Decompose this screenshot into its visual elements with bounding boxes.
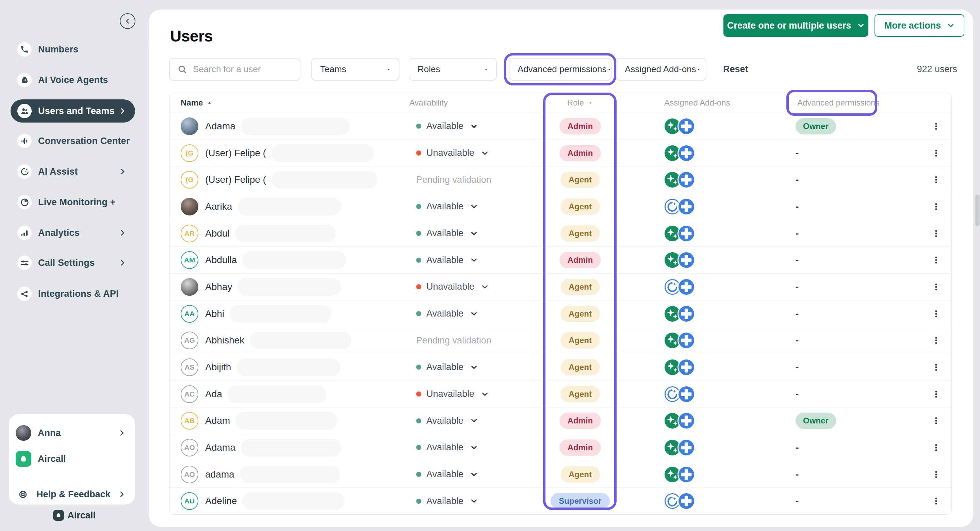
- cell-availability[interactable]: Available: [409, 220, 543, 247]
- ai-assist-addon-icon: [665, 172, 680, 188]
- sidebar-item-ai-voice-agents[interactable]: AI Voice Agents: [11, 69, 135, 92]
- cell-name: ARAbdul: [169, 220, 409, 247]
- kebab-menu-icon[interactable]: [932, 470, 940, 479]
- sidebar-item-users-and-teams[interactable]: Users and Teams: [11, 99, 135, 123]
- chevron-down-icon[interactable]: [470, 444, 478, 451]
- user-name: Abhishek: [205, 335, 244, 346]
- cell-actions: [912, 193, 951, 220]
- sidebar-item-live-monitoring[interactable]: Live Monitoring +: [11, 191, 135, 214]
- chevron-down-icon[interactable]: [481, 391, 488, 398]
- kebab-menu-icon[interactable]: [932, 122, 940, 131]
- cell-role: Agent: [543, 274, 617, 300]
- cell-availability[interactable]: Unavailable: [409, 274, 543, 300]
- cell-assigned-addons: [617, 193, 776, 220]
- user-name: (User) Felipe (: [205, 148, 266, 159]
- table-row[interactable]: AMAbdullaAvailableAdmin-: [169, 246, 951, 273]
- scrollbar-thumb[interactable]: [975, 195, 980, 226]
- sidebar-item-call-settings[interactable]: Call Settings: [11, 251, 135, 274]
- chevron-down-icon[interactable]: [470, 203, 478, 210]
- cell-availability[interactable]: Available: [409, 354, 543, 381]
- filter-dropdown-advanced-permissions[interactable]: Advanced permissions: [509, 58, 611, 81]
- table-row[interactable]: AOadamaAvailableAgent-: [169, 461, 951, 488]
- chevron-down-icon[interactable]: [470, 471, 478, 478]
- table-row[interactable]: (G(User) Felipe (UnavailableAdmin-: [169, 140, 951, 166]
- search-input[interactable]: Search for a user: [169, 58, 301, 81]
- column-header-name[interactable]: Name: [169, 98, 409, 108]
- chevron-down-icon[interactable]: [470, 123, 478, 130]
- chevron-down-icon[interactable]: [470, 256, 478, 264]
- create-users-button-label: Create one or multiple users: [727, 21, 851, 31]
- sidebar-item-integrations-api[interactable]: Integrations & API: [11, 282, 135, 305]
- table-row[interactable]: AdamaAvailableAdminOwner: [169, 113, 951, 140]
- kebab-menu-icon[interactable]: [932, 309, 940, 318]
- redacted-text: [250, 332, 352, 349]
- kebab-menu-icon[interactable]: [932, 229, 940, 238]
- sidebar-footer-item-aircall[interactable]: Aircall: [16, 450, 128, 468]
- chevron-down-icon[interactable]: [470, 310, 478, 317]
- chevron-down-icon[interactable]: [470, 497, 478, 505]
- sidebar-footer-item-anna[interactable]: Anna: [16, 424, 128, 442]
- kebab-menu-icon[interactable]: [932, 390, 940, 399]
- kebab-menu-icon[interactable]: [932, 363, 940, 372]
- table-row[interactable]: ASAbijithAvailableAgent-: [169, 354, 951, 381]
- kebab-menu-icon[interactable]: [932, 256, 940, 265]
- role-badge: Agent: [560, 386, 600, 402]
- availability-status: Available: [426, 201, 463, 212]
- kebab-menu-icon[interactable]: [932, 175, 940, 184]
- ai-voice-agents-addon-icon: [665, 199, 680, 214]
- filter-dropdown-assigned-add-ons[interactable]: Assigned Add-ons: [616, 58, 706, 81]
- table-row[interactable]: ABAdamAvailableAdminOwner: [169, 407, 951, 434]
- table-row[interactable]: AOAdamaAvailableAdmin-: [169, 434, 951, 461]
- redacted-text: [228, 385, 326, 403]
- chevron-down-icon[interactable]: [470, 230, 478, 237]
- cell-availability[interactable]: Available: [409, 434, 543, 461]
- chevron-down-icon[interactable]: [470, 364, 478, 371]
- cell-availability[interactable]: Unavailable: [409, 381, 543, 407]
- table-row[interactable]: (G(User) Felipe (Pending validationAgent…: [169, 166, 951, 193]
- cell-availability[interactable]: Available: [409, 113, 543, 140]
- sidebar-item-numbers[interactable]: Numbers: [11, 38, 135, 61]
- redacted-text: [237, 278, 341, 296]
- cell-availability[interactable]: Available: [409, 193, 543, 220]
- kebab-menu-icon[interactable]: [932, 443, 940, 452]
- sidebar-collapse-button[interactable]: [120, 13, 135, 29]
- avatar: AB: [181, 412, 198, 430]
- chevron-down-icon[interactable]: [481, 283, 488, 291]
- sidebar-item-conversation-center[interactable]: Conversation Center: [11, 129, 135, 153]
- cell-role: Admin: [543, 247, 617, 273]
- kebab-menu-icon[interactable]: [932, 202, 940, 211]
- table-row[interactable]: ARAbdulAvailableAgent-: [169, 220, 951, 247]
- sidebar-item-analytics[interactable]: Analytics: [11, 221, 135, 244]
- reset-filters-button[interactable]: Reset: [723, 58, 748, 81]
- cell-availability[interactable]: Available: [409, 247, 543, 273]
- redacted-text: [230, 305, 332, 323]
- filter-dropdown-teams[interactable]: Teams: [311, 58, 399, 81]
- chevron-down-icon[interactable]: [470, 417, 478, 424]
- availability-dot-icon: [416, 231, 421, 236]
- chevron-down-icon[interactable]: [481, 150, 488, 157]
- kebab-menu-icon[interactable]: [932, 149, 940, 158]
- kebab-menu-icon[interactable]: [932, 497, 940, 505]
- kebab-menu-icon[interactable]: [932, 336, 940, 345]
- kebab-menu-icon[interactable]: [932, 282, 940, 291]
- sidebar-item-ai-assist[interactable]: AI Assist: [11, 160, 135, 183]
- table-row[interactable]: AAAbhiAvailableAgent-: [169, 300, 951, 327]
- table-row[interactable]: AUAdelineAvailableSupervisor-: [169, 488, 951, 514]
- availability-status: Available: [426, 362, 463, 372]
- cell-availability[interactable]: Available: [409, 407, 543, 434]
- kebab-menu-icon[interactable]: [932, 416, 940, 425]
- table-row[interactable]: ACAdaUnavailableAgent-: [169, 381, 951, 407]
- more-actions-button[interactable]: More actions: [875, 14, 964, 37]
- table-row[interactable]: AarikaAvailableAgent-: [169, 193, 951, 220]
- sidebar-footer-item-help-feedback[interactable]: Help & Feedback: [16, 485, 128, 503]
- create-users-button[interactable]: Create one or multiple users: [724, 14, 869, 37]
- cell-availability[interactable]: Available: [409, 488, 543, 514]
- column-header-role[interactable]: Role: [543, 98, 617, 108]
- table-row[interactable]: AbhayUnavailableAgent-: [169, 273, 951, 300]
- cell-availability[interactable]: Available: [409, 301, 543, 327]
- cell-availability[interactable]: Available: [409, 461, 543, 488]
- table-row[interactable]: AGAbhishekPending validationAgent-: [169, 327, 951, 354]
- cell-availability[interactable]: Unavailable: [409, 140, 543, 166]
- filter-dropdown-roles[interactable]: Roles: [409, 58, 497, 81]
- advanced-permission-value: -: [795, 148, 799, 159]
